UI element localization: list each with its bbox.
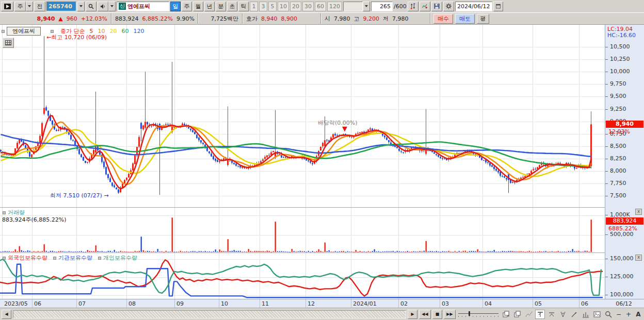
tab-monthly[interactable]: 월 — [193, 2, 203, 11]
calendar-button[interactable] — [493, 2, 503, 11]
volume-pct: 6,885.22% — [142, 15, 173, 22]
trendline-icon — [571, 311, 578, 318]
turnover-pct: 9.90% — [176, 15, 195, 22]
minute-20-button[interactable]: 20 — [290, 2, 301, 11]
avg-button[interactable]: 평 — [477, 14, 489, 24]
high-price: 9,200 — [363, 15, 380, 22]
rewind-button[interactable]: ◀◀ — [419, 310, 431, 319]
sound-dropdown-icon[interactable] — [108, 2, 116, 11]
period-low-annotation: 최저 7,510 (07/27) → — [50, 192, 108, 199]
price-axis-panel: LC:19.04 HC:-16.60 x x 10,50010,25010,00… — [605, 25, 644, 299]
chart-image-button[interactable] — [592, 310, 602, 319]
fast-forward-button[interactable]: ▶▶ — [444, 310, 456, 319]
axis-tick — [605, 259, 608, 259]
tool-peak-button[interactable] — [546, 310, 556, 319]
month-separator — [533, 299, 533, 308]
zoom-out-button[interactable]: − — [615, 311, 623, 318]
sell-button[interactable]: 매도 — [455, 14, 475, 24]
split-screen-button[interactable] — [501, 310, 511, 319]
prev-stock-button[interactable]: 전 — [34, 2, 45, 11]
tab-weekly[interactable]: 주 — [182, 2, 192, 11]
minute-10-button[interactable]: 10 — [278, 2, 289, 11]
volume-subtitle: 883,924주(6,885.22%) — [2, 216, 67, 224]
axis-tick — [605, 59, 608, 60]
tool-resistance-button[interactable] — [535, 310, 545, 319]
add-chart-button[interactable] — [420, 2, 430, 11]
scroll-left-button[interactable]: ◀ — [2, 310, 11, 319]
volume-title-label: 거래량 — [8, 209, 25, 216]
grid-toggle-button[interactable] — [3, 38, 14, 48]
tab-yearly[interactable]: 년 — [204, 2, 215, 11]
slider-thumb[interactable] — [469, 311, 470, 316]
stock-type-button[interactable]: 주 — [14, 2, 26, 11]
overlay-button[interactable] — [512, 310, 522, 319]
pattern-button[interactable] — [524, 310, 534, 319]
minute-60-button[interactable]: 60 — [315, 2, 326, 11]
chart-scrollbar[interactable] — [13, 310, 406, 318]
sound-button[interactable] — [98, 2, 108, 11]
axis-tick — [605, 72, 608, 72]
price-tick-label: 9,500 — [610, 93, 626, 99]
date-input[interactable]: 2024/06/12 — [455, 2, 492, 11]
minute-3-button[interactable]: 3 — [259, 2, 267, 11]
foreign-holdings-label: 외국인보유수량 — [8, 254, 47, 262]
stock-type-dropdown-icon[interactable] — [26, 2, 33, 11]
price-change: 960 — [67, 15, 77, 22]
font-size-button[interactable]: A — [634, 311, 642, 318]
minute-30-button[interactable]: 30 — [302, 2, 314, 11]
price-chart-canvas[interactable] — [0, 25, 605, 207]
ma-120-label: 120 — [134, 28, 144, 35]
minute-120-button[interactable]: 120 — [327, 2, 342, 11]
month-separator — [398, 299, 399, 308]
tool-eraser-button[interactable] — [581, 310, 590, 319]
month-label: 05 — [535, 300, 542, 307]
axis-tick — [605, 215, 608, 215]
zoom-tool-button[interactable] — [603, 310, 613, 319]
tab-second[interactable]: 초 — [227, 2, 237, 11]
tool-trendline-button[interactable] — [569, 310, 579, 319]
split-screen-icon — [503, 311, 510, 318]
axis-tick — [605, 146, 608, 147]
holdings-tick-label: 100,000 — [610, 291, 634, 298]
grid-icon — [5, 40, 11, 45]
bar-count-input[interactable]: 265 — [371, 2, 393, 11]
tab-daily[interactable]: 일 — [170, 2, 181, 11]
peak-line-icon — [548, 311, 555, 318]
stock-name-field[interactable]: 신 엔에프씨 — [117, 2, 169, 11]
stock-name: 엔에프씨 — [127, 3, 150, 10]
tool-valley-button[interactable] — [558, 310, 568, 319]
settings-button[interactable] — [443, 2, 454, 11]
minute-5-button[interactable]: 5 — [268, 2, 277, 11]
window-icon[interactable] — [1, 2, 13, 11]
search-button[interactable] — [86, 2, 96, 11]
holdings-pane-close-icon[interactable]: x — [635, 255, 642, 261]
play-button[interactable]: ▶ — [408, 310, 417, 319]
code-dropdown-icon[interactable] — [77, 2, 85, 11]
month-label: 02 — [400, 300, 408, 307]
custom-period-select[interactable] — [343, 2, 363, 11]
tab-minute[interactable]: 분 — [216, 2, 226, 11]
stop-button[interactable]: ■ — [432, 310, 442, 319]
volume-pane-close-icon[interactable]: x — [635, 209, 642, 215]
ex-dividend-annotation: 배당락(0.00%) — [318, 119, 358, 127]
save-icon — [434, 3, 440, 9]
zoom-in-button[interactable]: + — [624, 311, 633, 318]
stock-code-input[interactable]: 265740 — [46, 2, 76, 11]
custom-period-dropdown-icon[interactable] — [363, 2, 370, 11]
calendar-icon — [496, 3, 501, 9]
price-tick-label: 7,750 — [610, 180, 626, 187]
chart-stock-tab[interactable]: 엔에프씨 — [2, 27, 41, 36]
save-button[interactable] — [431, 2, 442, 11]
ma-20-label: 20 — [110, 28, 117, 35]
holdings-tick-label: 125,000 — [610, 273, 634, 280]
tab-tick[interactable]: 틱 — [238, 2, 249, 11]
compare-button[interactable] — [408, 2, 418, 11]
speed-slider[interactable] — [457, 310, 500, 318]
minute-1-button[interactable]: 1 — [250, 2, 258, 11]
quote-bar: 8,940 ▲ 960 +12.03% 883,924 6,885.22% 9.… — [0, 12, 644, 25]
institution-holdings-label: 기관보유수량 — [58, 254, 92, 262]
buy-button[interactable]: 매수 — [433, 14, 453, 24]
month-label: 07 — [78, 300, 86, 307]
month-separator — [260, 299, 260, 308]
volume-chart-canvas[interactable] — [0, 207, 605, 252]
